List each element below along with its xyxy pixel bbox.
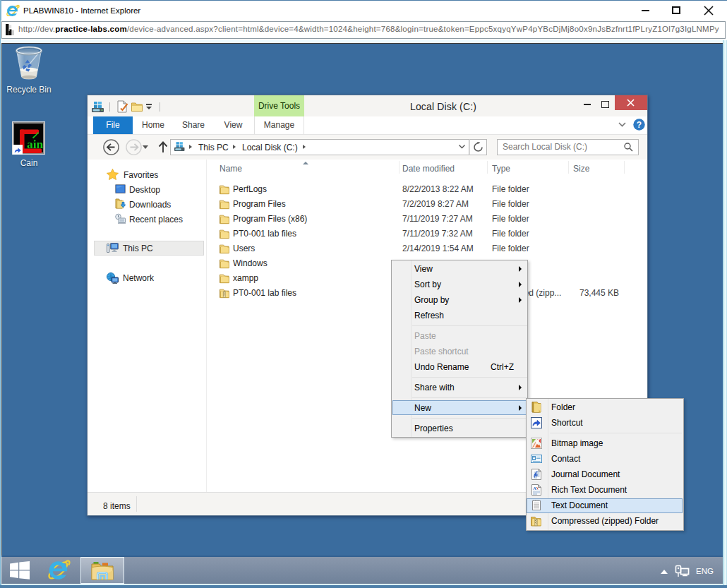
svg-text:A: A xyxy=(533,486,536,491)
svg-text:?: ? xyxy=(637,120,642,130)
svg-text:ain: ain xyxy=(27,137,44,151)
